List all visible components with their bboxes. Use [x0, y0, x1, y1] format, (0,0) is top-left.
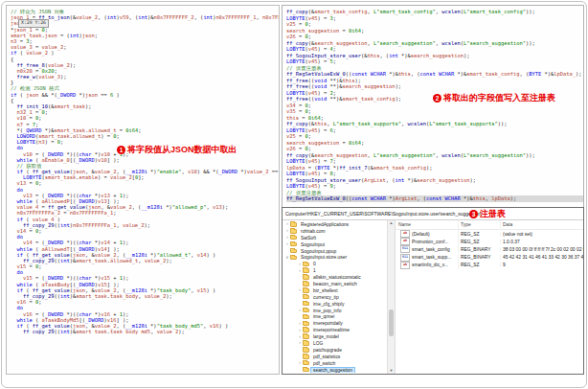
value-type: REG_SZ — [459, 232, 501, 237]
tree-item-label[interactable]: ime_pop_info — [311, 309, 343, 313]
tree-item-label[interactable]: rohitab.com — [299, 229, 328, 234]
tree-scrollbar[interactable]: ▲ ▼ — [387, 220, 395, 374]
value-type: REG_BINARY — [459, 255, 501, 260]
tree-item-currency_tip[interactable]: currency_tip — [283, 294, 387, 301]
annotation-registry: 3 注册表 — [469, 208, 506, 220]
tree-item-label[interactable]: SogouInput.store.user — [299, 255, 349, 260]
tree-item-label[interactable]: large_model — [311, 334, 341, 339]
tree-item-label[interactable]: ime_cfg_shiply — [311, 302, 346, 307]
folder-icon — [303, 355, 309, 359]
scrollbar-thumb[interactable] — [389, 309, 394, 336]
string-value-icon: ab — [400, 238, 410, 245]
folder-icon — [303, 315, 309, 320]
tree-item-SogouInput.store.user[interactable]: ∨SogouInput.store.user — [283, 254, 387, 261]
registry-window: Computer\HKEY_CURRENT_USER\SOFTWARE\Sogo… — [282, 207, 584, 375]
binary-value-icon: 011 — [400, 254, 410, 262]
tree-item-0[interactable]: ›0 — [283, 261, 387, 267]
folder-icon — [303, 295, 309, 300]
value-type: REG_SZ — [459, 240, 501, 244]
tree-item-biz_shellext[interactable]: ›biz_shellext — [283, 287, 387, 294]
left-code-panel: // 转化为 JSON 对象json_1 = ff_to_json(&value… — [6, 5, 280, 375]
tree-item-pdf_switch[interactable]: ›pdf_switch — [283, 360, 387, 367]
tree-item-label[interactable]: 1 — [311, 268, 318, 273]
tree-item-allskin_statusiconstatic[interactable]: allskin_statusiconstatic — [283, 274, 387, 281]
folder-icon — [303, 328, 309, 332]
value-name: (Default) — [412, 232, 430, 237]
column-header-type[interactable]: Type — [459, 220, 501, 229]
folder-icon — [303, 302, 309, 307]
folder-icon — [290, 249, 297, 254]
scroll-down-icon[interactable]: ▼ — [388, 368, 395, 374]
tree-item-pdf_statistics[interactable]: pdf_statistics — [283, 354, 387, 360]
tree-item-label[interactable]: search_suggestion — [311, 368, 354, 373]
annotation-3-text: 注册表 — [480, 208, 506, 220]
folder-icon — [303, 288, 309, 293]
registry-value-row[interactable]: abPromotion_conf...REG_SZ1.0.0.37 — [396, 238, 583, 245]
annotation-3-badge: 3 — [469, 210, 478, 218]
tree-item-ime_pop_info[interactable]: ›ime_pop_info — [283, 308, 387, 314]
tree-item-label[interactable]: imereportrealtime — [311, 328, 351, 332]
tree-item-ime_qimei[interactable]: ime_qimei — [283, 313, 387, 320]
tree-item-label[interactable]: LOG — [311, 341, 325, 346]
column-header-data[interactable]: Data — [501, 220, 583, 229]
tree-item-imereportdaily[interactable]: ›imereportdaily — [283, 320, 387, 327]
folder-icon — [303, 263, 309, 267]
registry-value-row[interactable]: ab(Default)REG_SZ(value not set) — [396, 230, 583, 238]
folder-icon — [303, 348, 309, 353]
annotation-2-text: 将取出的字段值写入至注册表 — [443, 92, 555, 104]
value-data: (value not set) — [501, 232, 583, 237]
tree-item-SatSoft[interactable]: ›SatSoft — [283, 235, 387, 241]
tree-item-label[interactable]: allskin_statusiconstatic — [311, 275, 363, 280]
folder-icon — [290, 256, 297, 261]
registry-value-row[interactable]: absmartinfo_dic_v...REG_SZ9 — [396, 262, 583, 269]
tree-item-rohitab.com[interactable]: ›rohitab.com — [283, 228, 387, 235]
folder-icon — [303, 268, 309, 273]
tree-item-label[interactable]: ime_qimei — [311, 314, 336, 319]
value-data: 38 03 00 00 0f ff ff ff 7f 2c 00 02 00 0… — [501, 247, 583, 252]
folder-icon — [303, 334, 309, 339]
registry-body: ›RegisteredApplications›rohitab.com›SatS… — [283, 220, 583, 374]
tree-item-imereportrealtime[interactable]: ›imereportrealtime — [283, 327, 387, 333]
tree-item-search_suggestion[interactable]: search_suggestion — [283, 367, 387, 374]
tree-item-SogouInput[interactable]: ›SogouInput — [283, 241, 387, 248]
registry-value-row[interactable]: 011smart_task_configREG_BINARY38 03 00 0… — [396, 245, 583, 253]
tree-item-label[interactable]: SogouInput.ppup — [299, 249, 338, 254]
tree-item-label[interactable]: pdf_switch — [311, 361, 337, 366]
tree-item-label[interactable]: imereportdaily — [311, 321, 345, 326]
tree-item-RegisteredApplications[interactable]: ›RegisteredApplications — [283, 221, 387, 228]
tree-item-patchupgrade[interactable]: patchupgrade — [283, 347, 387, 354]
code-line: ff_RegSetValueExW_0((const WCHAR *)&this… — [286, 71, 583, 78]
tree-item-label[interactable]: SogouInput — [299, 242, 327, 247]
string-value-icon: ab — [400, 230, 410, 238]
annotation-1-badge: 1 — [117, 146, 125, 154]
tree-item-label[interactable]: 0 — [311, 262, 318, 266]
registry-list-header: Name Type Data — [396, 220, 583, 230]
tree-item-1[interactable]: ›1 — [283, 267, 387, 274]
tree-item-SogouInput.ppup[interactable]: SogouInput.ppup — [283, 248, 387, 255]
annotation-1-text: 将字段值从JSON数据中取出 — [127, 144, 237, 156]
folder-icon — [290, 242, 297, 247]
tree-item-label[interactable]: RegisteredApplications — [299, 222, 351, 227]
registry-value-row[interactable]: 011smart_task_supp...REG_BINARY45 42 42 … — [396, 254, 583, 262]
code-line: ff_copy_29((int)&smart_task.task_body_md… — [11, 329, 279, 334]
annotation-2-badge: 2 — [433, 94, 441, 103]
folder-icon — [290, 236, 297, 240]
column-header-name[interactable]: Name — [396, 220, 459, 229]
tree-item-label[interactable]: pdf_statistics — [311, 355, 342, 359]
annotation-extract-json: 1 将字段值从JSON数据中取出 — [117, 144, 237, 156]
tree-item-beacon_main_switch[interactable]: beacon_main_switch — [283, 281, 387, 287]
tree-item-ime_cfg_shiply[interactable]: ime_cfg_shiply — [283, 301, 387, 308]
coordinates-tooltip: X:20 Y:26 — [18, 19, 49, 28]
tree-item-label[interactable]: biz_shellext — [311, 288, 340, 293]
tree-item-label[interactable]: SatSoft — [299, 236, 318, 240]
tree-item-label[interactable]: beacon_main_switch — [311, 282, 359, 286]
registry-address-bar[interactable]: Computer\HKEY_CURRENT_USER\SOFTWARE\Sogo… — [283, 208, 583, 220]
value-name: Promotion_conf... — [412, 240, 448, 244]
tree-item-label[interactable]: patchupgrade — [311, 348, 344, 353]
folder-icon — [290, 229, 297, 234]
tree-item-large_model[interactable]: ›large_model — [283, 333, 387, 340]
folder-icon — [303, 275, 309, 280]
scroll-up-icon[interactable]: ▲ — [388, 220, 395, 226]
tree-item-label[interactable]: currency_tip — [311, 295, 341, 300]
tree-item-LOG[interactable]: ›LOG — [283, 340, 387, 347]
